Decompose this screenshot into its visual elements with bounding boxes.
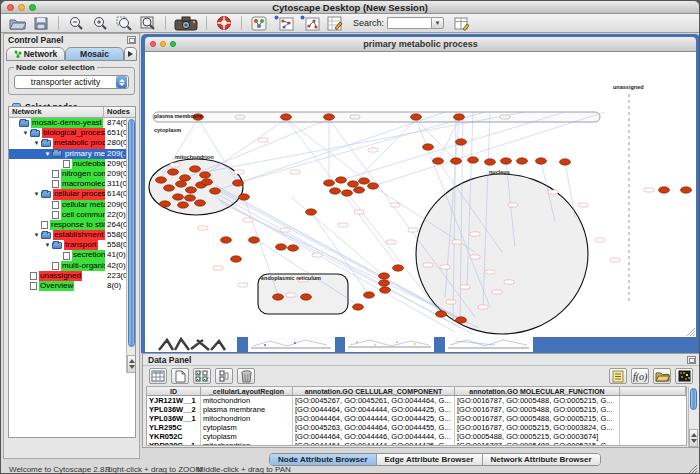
help-lifering-icon[interactable]: [212, 15, 236, 32]
tree-expand-icon[interactable]: ▼: [32, 189, 41, 199]
zoom-in-icon[interactable]: [88, 15, 112, 32]
tree-scrollbar[interactable]: [126, 118, 135, 373]
network-node[interactable]: [156, 177, 167, 183]
table-row[interactable]: YJR121W__1mitochondrion[GO:0045267, GO:0…: [147, 396, 686, 405]
network-node[interactable]: [659, 187, 670, 193]
network-node[interactable]: [451, 158, 462, 164]
network-edge[interactable]: [416, 119, 456, 161]
layout-network-icon-b[interactable]: [297, 15, 323, 32]
heatmap-matrix-icon[interactable]: [675, 368, 693, 384]
tree-row[interactable]: unassigned223(0): [9, 271, 135, 281]
table-row[interactable]: YLR295Ccytoplasm[GO:0045263, GO:0044464,…: [147, 423, 686, 432]
tree-scrollbar-thumb[interactable]: [128, 119, 135, 347]
network-node[interactable]: [380, 287, 391, 293]
network-node[interactable]: [233, 180, 244, 186]
tree-row[interactable]: ▼primary metabo209(...: [9, 149, 135, 159]
network-node[interactable]: [423, 144, 434, 150]
network-node[interactable]: [273, 294, 284, 300]
network-node[interactable]: [456, 139, 467, 145]
network-canvas[interactable]: plasma membranecytoplasmmitochondrionnuc…: [145, 52, 696, 337]
attribute-unselect-icon[interactable]: [215, 368, 233, 384]
network-node[interactable]: [336, 177, 347, 183]
tree-row[interactable]: ▼establishment of lo558(0): [9, 230, 135, 240]
column-header[interactable]: annotation.GO MOLECULAR_FUNCTION: [455, 387, 620, 395]
network-node[interactable]: [536, 158, 547, 164]
network-node[interactable]: [186, 187, 197, 193]
save-session-icon[interactable]: [29, 15, 53, 32]
network-node[interactable]: [560, 159, 571, 165]
network-node[interactable]: [348, 181, 359, 187]
network-node[interactable]: [501, 158, 512, 164]
tree-expand-icon[interactable]: ▼: [32, 138, 41, 148]
layout-network-icon-a[interactable]: [271, 15, 297, 32]
search-input[interactable]: ▼: [387, 17, 444, 29]
network-node[interactable]: [681, 187, 692, 193]
column-header[interactable]: annotation.GO CELLULAR_COMPONENT: [293, 387, 455, 395]
data-panel-float-icon[interactable]: [687, 356, 696, 364]
network-node[interactable]: [195, 200, 206, 206]
vizmapper-icon[interactable]: [247, 15, 271, 32]
network-node[interactable]: [160, 201, 171, 207]
network-node[interactable]: [276, 244, 287, 250]
delete-attribute-trash-icon[interactable]: [237, 368, 255, 384]
create-attribute-icon[interactable]: [171, 368, 189, 384]
window-resize-grip[interactable]: [687, 463, 697, 473]
network-node[interactable]: [364, 292, 375, 298]
network-node[interactable]: [433, 158, 444, 164]
network-edge[interactable]: [291, 197, 384, 276]
attribute-checklist-icon[interactable]: [193, 368, 211, 384]
tree-row[interactable]: nucleobase-209(0): [9, 159, 135, 169]
network-node[interactable]: [324, 114, 335, 120]
tree-row[interactable]: nitrogen compo209(0): [9, 169, 135, 179]
select-attributes-icon[interactable]: [149, 368, 167, 384]
tree-row[interactable]: ▼cellular process614(0): [9, 189, 135, 199]
network-node[interactable]: [178, 202, 189, 208]
tree-row[interactable]: ▼biological_process651(0): [9, 128, 135, 138]
network-node[interactable]: [393, 265, 404, 271]
tree-row[interactable]: cellular metabo209(0): [9, 200, 135, 210]
network-node[interactable]: [164, 185, 175, 191]
search-dropdown-icon[interactable]: ▼: [431, 17, 444, 29]
tree-row[interactable]: secretion41(0): [9, 250, 135, 260]
network-node[interactable]: [173, 194, 184, 200]
network-node[interactable]: [379, 273, 390, 279]
network-node[interactable]: [379, 280, 390, 286]
network-edge[interactable]: [185, 119, 329, 178]
network-node[interactable]: [185, 195, 196, 201]
network-node[interactable]: [456, 317, 467, 323]
table-row[interactable]: YPL036W__2plasma membrane[GO:0044464, GO…: [147, 405, 686, 414]
network-node[interactable]: [330, 188, 341, 194]
tree-expand-icon[interactable]: ▼: [21, 128, 30, 138]
attribute-editor-icon[interactable]: [450, 15, 474, 32]
network-node[interactable]: [485, 159, 496, 165]
table-scrollbar-thumb[interactable]: [690, 388, 697, 410]
tree-row[interactable]: macromolecule311(0): [9, 179, 135, 189]
tree-row[interactable]: multi-organism pro42(0): [9, 261, 135, 271]
node-color-dropdown[interactable]: transporter activity: [14, 75, 129, 89]
network-node[interactable]: [281, 114, 292, 120]
compartment-plasma-membrane[interactable]: [153, 112, 600, 122]
float-panel-icon[interactable]: [127, 36, 136, 44]
snapshot-camera-icon[interactable]: [171, 15, 201, 32]
table-row[interactable]: YPL036W__1mitochondrion[GO:0044464, GO:0…: [147, 414, 686, 423]
tree-expand-icon[interactable]: ▼: [43, 240, 52, 250]
tree-expand-icon[interactable]: ▼: [43, 149, 52, 159]
annotation-icon[interactable]: [323, 15, 347, 32]
network-node[interactable]: [359, 178, 370, 184]
column-header[interactable]: _cellularLayoutRegion: [201, 387, 293, 395]
network-node[interactable]: [168, 169, 179, 175]
network-node[interactable]: [288, 245, 299, 251]
network-node[interactable]: [454, 114, 465, 120]
network-node[interactable]: [239, 194, 250, 200]
tree-row[interactable]: mosaic-demo-yeast874(0): [9, 118, 135, 128]
more-tabs-button[interactable]: [124, 47, 137, 61]
network-node[interactable]: [190, 166, 201, 172]
network-node[interactable]: [200, 172, 211, 178]
tab-network[interactable]: Network: [6, 47, 65, 61]
column-header[interactable]: ID: [147, 387, 201, 395]
network-node[interactable]: [324, 180, 335, 186]
attribute-table[interactable]: ID_cellularLayoutRegionannotation.GO CEL…: [146, 386, 687, 446]
network-node[interactable]: [249, 237, 260, 243]
network-node[interactable]: [221, 237, 232, 243]
network-node[interactable]: [468, 157, 479, 163]
